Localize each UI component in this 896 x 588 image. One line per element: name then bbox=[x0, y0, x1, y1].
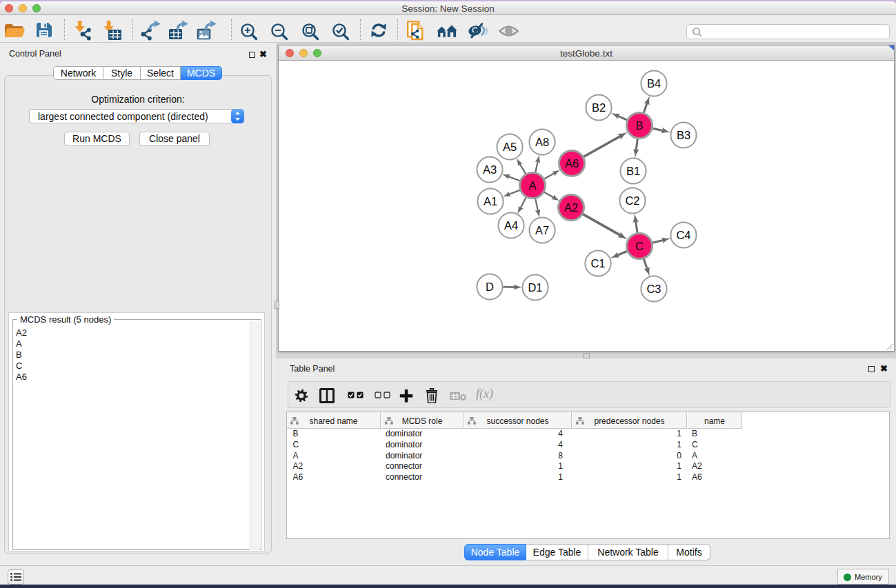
svg-text:B3: B3 bbox=[677, 129, 690, 141]
svg-text:B2: B2 bbox=[592, 101, 606, 114]
svg-text:D1: D1 bbox=[528, 281, 542, 294]
svg-text:B: B bbox=[635, 119, 643, 132]
svg-text:B4: B4 bbox=[647, 77, 661, 90]
svg-text:C4: C4 bbox=[676, 229, 690, 241]
svg-text:A4: A4 bbox=[504, 219, 518, 232]
svg-text:A6: A6 bbox=[565, 157, 579, 170]
svg-text:A5: A5 bbox=[503, 141, 517, 153]
svg-text:C3: C3 bbox=[646, 283, 661, 295]
svg-text:C2: C2 bbox=[625, 194, 639, 207]
svg-text:A2: A2 bbox=[564, 201, 578, 214]
svg-text:A: A bbox=[528, 179, 536, 192]
svg-text:C1: C1 bbox=[590, 257, 605, 270]
svg-text:A3: A3 bbox=[483, 163, 497, 176]
svg-text:D: D bbox=[486, 281, 494, 293]
svg-text:A8: A8 bbox=[535, 136, 549, 148]
svg-text:A1: A1 bbox=[484, 195, 497, 207]
svg-text:C: C bbox=[635, 240, 644, 252]
svg-text:A7: A7 bbox=[535, 224, 549, 236]
svg-text:B1: B1 bbox=[626, 165, 640, 177]
